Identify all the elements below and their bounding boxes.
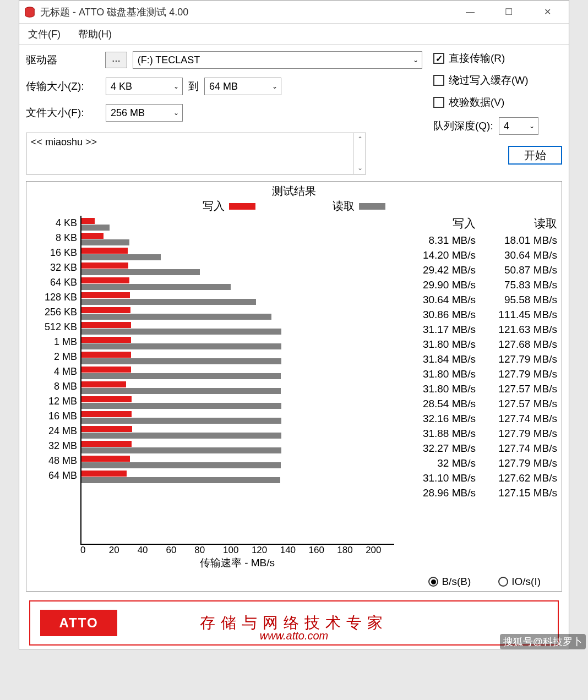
chart-plot (80, 216, 394, 545)
read-bar (81, 447, 281, 453)
radio-icon (498, 577, 508, 587)
scrollbar[interactable]: ⌃⌄ (353, 133, 366, 174)
bar-pair (81, 410, 394, 425)
read-bar (81, 269, 200, 275)
y-tick: 24 MB (31, 424, 77, 439)
bar-pair (81, 306, 394, 321)
menu-file[interactable]: 文件(F) (26, 25, 63, 43)
chart-y-labels: 4 KB8 KB16 KB32 KB64 KB128 KB256 KB512 K… (31, 216, 80, 545)
write-bar (81, 426, 132, 432)
chart-title: 测试结果 (31, 184, 557, 199)
y-tick: 2 MB (31, 349, 77, 364)
write-value: 31.17 MB/s (402, 322, 476, 337)
bar-pair (81, 455, 394, 469)
read-value: 127.15 MB/s (483, 485, 557, 500)
menu-help[interactable]: 帮助(H) (76, 25, 114, 43)
radio-icon (428, 577, 438, 587)
write-value: 30.86 MB/s (402, 307, 476, 322)
drive-dropdown[interactable]: (F:) TECLAST ⌄ (133, 51, 422, 69)
write-bar (81, 248, 128, 254)
bypass-cache-checkbox[interactable] (433, 75, 444, 86)
drive-browse-button[interactable]: ... (105, 52, 127, 68)
read-bar (81, 358, 281, 364)
read-column-head: 读取 (483, 216, 557, 231)
write-value: 29.42 MB/s (402, 262, 476, 277)
app-window: 无标题 - ATTO 磁盘基准测试 4.00 — ☐ ✕ 文件(F) 帮助(H)… (19, 0, 569, 649)
queue-depth-dropdown[interactable]: 4⌄ (499, 117, 538, 135)
write-bar (81, 233, 104, 239)
write-values-column: 写入 8.31 MB/s14.20 MB/s29.42 MB/s29.90 MB… (402, 216, 476, 572)
write-bar (81, 456, 130, 462)
menubar: 文件(F) 帮助(H) (19, 24, 569, 45)
unit-bs-radio[interactable]: B/s(B) (428, 576, 471, 588)
y-tick: 8 MB (31, 379, 77, 394)
write-bar (81, 396, 132, 402)
write-value: 8.31 MB/s (402, 233, 476, 248)
x-tick: 40 (138, 545, 166, 556)
write-bar (81, 367, 131, 373)
maximize-button[interactable]: ☐ (496, 3, 521, 21)
x-tick: 100 (223, 545, 252, 556)
y-tick: 256 KB (31, 305, 77, 320)
start-button[interactable]: 开始 (508, 146, 562, 165)
y-tick: 16 MB (31, 409, 77, 424)
write-value: 28.96 MB/s (402, 485, 476, 500)
minimize-button[interactable]: — (458, 3, 483, 21)
y-tick: 16 KB (31, 245, 77, 260)
watermark: 搜狐号@科技罗卜 (500, 634, 586, 649)
write-value: 32.16 MB/s (402, 411, 476, 426)
file-size-dropdown[interactable]: 256 MB⌄ (106, 104, 183, 122)
read-bar (81, 239, 129, 245)
read-bar (81, 314, 271, 320)
write-value: 28.54 MB/s (402, 396, 476, 411)
y-tick: 48 MB (31, 453, 77, 468)
x-tick: 160 (309, 545, 337, 556)
y-tick: 64 MB (31, 468, 77, 483)
read-value: 50.87 MB/s (483, 262, 557, 277)
description-box[interactable]: << miaoshu >> ⌃⌄ (26, 133, 366, 174)
close-button[interactable]: ✕ (535, 3, 560, 21)
x-tick: 20 (109, 545, 138, 556)
bar-pair (81, 232, 394, 247)
read-value: 18.01 MB/s (483, 233, 557, 248)
bar-pair (81, 351, 394, 365)
write-value: 32.27 MB/s (402, 441, 476, 456)
y-tick: 8 KB (31, 231, 77, 245)
transfer-to-dropdown[interactable]: 64 MB⌄ (204, 78, 281, 95)
write-value: 30.64 MB/s (402, 292, 476, 307)
read-bar (81, 225, 110, 231)
x-tick: 80 (194, 545, 223, 556)
titlebar: 无标题 - ATTO 磁盘基准测试 4.00 — ☐ ✕ (19, 1, 569, 24)
write-bar (81, 307, 130, 313)
legend-read-label: 读取 (333, 199, 355, 214)
transfer-size-label: 传输大小(Z): (26, 79, 106, 94)
unit-ios-radio[interactable]: IO/s(I) (498, 576, 541, 588)
y-tick: 128 KB (31, 290, 77, 305)
read-bar (81, 388, 281, 394)
bypass-cache-label: 绕过写入缓存(W) (449, 73, 529, 88)
bar-pair (81, 336, 394, 351)
verify-data-checkbox[interactable] (433, 97, 444, 108)
write-value: 14.20 MB/s (402, 248, 476, 262)
direct-io-checkbox[interactable] (433, 53, 444, 64)
x-tick: 60 (166, 545, 194, 556)
read-value: 75.83 MB/s (483, 277, 557, 292)
x-tick: 180 (337, 545, 366, 556)
chevron-down-icon: ⌄ (529, 122, 535, 130)
read-value: 127.79 MB/s (483, 352, 557, 367)
read-value: 127.62 MB/s (483, 471, 557, 485)
y-tick: 64 KB (31, 275, 77, 290)
write-value: 29.90 MB/s (402, 277, 476, 292)
y-tick: 4 KB (31, 216, 77, 231)
read-bar (81, 418, 281, 424)
chart-legend: 写入 读取 (31, 199, 557, 214)
write-bar (81, 218, 95, 224)
bar-pair (81, 425, 394, 440)
y-tick: 4 MB (31, 364, 77, 379)
read-values-column: 读取 18.01 MB/s30.64 MB/s50.87 MB/s75.83 M… (483, 216, 557, 572)
transfer-from-dropdown[interactable]: 4 KB⌄ (106, 78, 183, 95)
bar-pair (81, 291, 394, 306)
write-value: 31.88 MB/s (402, 426, 476, 441)
read-bar (81, 462, 281, 468)
bar-pair (81, 321, 394, 336)
